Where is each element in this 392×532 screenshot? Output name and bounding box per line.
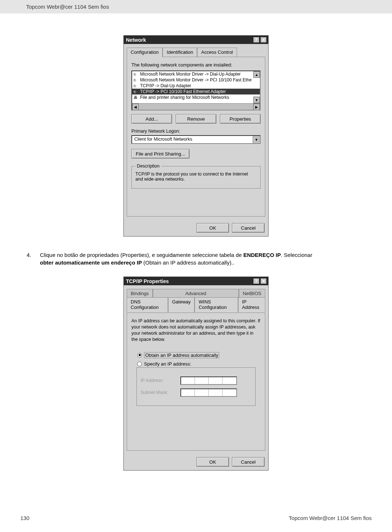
list-item[interactable]: ⎋TCP/IP -> Dial-Up Adapter bbox=[132, 83, 260, 89]
help-icon[interactable]: ? bbox=[253, 37, 260, 43]
properties-button[interactable]: Properties bbox=[220, 114, 261, 124]
ok-button[interactable]: OK bbox=[196, 457, 229, 467]
protocol-icon: ⎋ bbox=[134, 84, 139, 88]
list-item-selected[interactable]: ⎋TCP/IP -> PCI 10/100 Fast Ethernet Adap… bbox=[132, 89, 260, 94]
horizontal-scrollbar[interactable]: ◀ ▶ bbox=[132, 103, 260, 110]
tab-access-control[interactable]: Access Control bbox=[197, 48, 237, 57]
protocol-icon: ⎋ bbox=[134, 78, 139, 82]
ok-button[interactable]: OK bbox=[196, 223, 229, 233]
tcpip-dialog: TCP/IP Properties ? ✕ Bindings Advanced … bbox=[123, 277, 269, 471]
scroll-up-icon[interactable]: ▲ bbox=[253, 71, 260, 78]
tab-configuration[interactable]: Configuration bbox=[127, 48, 163, 57]
primary-logon-label: Primary Network Logon: bbox=[131, 129, 261, 134]
network-titlebar: Network ? ✕ bbox=[124, 36, 268, 44]
ip-panel-text: An IP address can be automatically assig… bbox=[131, 318, 261, 343]
radio-icon bbox=[137, 353, 142, 358]
list-item[interactable]: ⎋Microsoft Network Monitor Driver -> PCI… bbox=[132, 77, 260, 83]
page-footer: 130 Topcom Webr@cer 1104 Sem fios bbox=[0, 515, 392, 521]
scroll-down-icon[interactable]: ▼ bbox=[253, 97, 260, 103]
step-number: 4. bbox=[20, 251, 31, 266]
close-icon[interactable]: ✕ bbox=[260, 278, 267, 284]
subnet-mask-label: Subnet Mask: bbox=[140, 390, 175, 395]
radio-icon bbox=[137, 362, 142, 366]
footer-title: Topcom Webr@cer 1104 Sem fios bbox=[289, 515, 372, 521]
components-listbox[interactable]: ⎋Microsoft Network Monitor Driver -> Dia… bbox=[131, 70, 261, 110]
ip-address-input[interactable]: ... bbox=[180, 376, 237, 385]
network-title: Network bbox=[126, 37, 146, 43]
page-number: 130 bbox=[20, 515, 29, 521]
specify-ip-group: IP Address: ... Subnet Mask: ... bbox=[136, 367, 256, 406]
primary-logon-value: Client for Microsoft Networks bbox=[132, 136, 253, 143]
cancel-button[interactable]: Cancel bbox=[232, 223, 265, 233]
cancel-button[interactable]: Cancel bbox=[232, 457, 265, 467]
radio-obtain-label: Obtain an IP address automatically bbox=[144, 352, 219, 358]
page-header: Topcom Webr@cer 1104 Sem fios bbox=[0, 0, 392, 13]
close-icon[interactable]: ✕ bbox=[260, 37, 267, 43]
primary-logon-dropdown[interactable]: Client for Microsoft Networks ▼ bbox=[131, 135, 261, 144]
protocol-icon: ⎋ bbox=[134, 72, 139, 76]
radio-obtain-auto[interactable]: Obtain an IP address automatically bbox=[137, 352, 261, 358]
description-group: Description TCP/IP is the protocol you u… bbox=[131, 164, 261, 189]
file-print-sharing-button[interactable]: File and Print Sharing... bbox=[131, 149, 189, 158]
tab-gateway[interactable]: Gateway bbox=[168, 297, 195, 312]
help-icon[interactable]: ? bbox=[253, 278, 260, 284]
tcpip-titlebar: TCP/IP Properties ? ✕ bbox=[124, 277, 268, 285]
tab-wins[interactable]: WINS Configuration bbox=[195, 297, 238, 312]
list-item[interactable]: 🖶File and printer sharing for Microsoft … bbox=[132, 94, 260, 100]
step-instruction: 4. Clique no botão de propriedades (Prop… bbox=[20, 251, 372, 266]
remove-button[interactable]: Remove bbox=[176, 114, 216, 124]
service-icon: 🖶 bbox=[134, 95, 139, 100]
list-item[interactable]: ⎋Microsoft Network Monitor Driver -> Dia… bbox=[132, 71, 260, 77]
radio-specify-label: Specify an IP address: bbox=[144, 361, 191, 367]
header-title: Topcom Webr@cer 1104 Sem fios bbox=[26, 4, 109, 10]
add-button[interactable]: Add... bbox=[131, 114, 172, 124]
tab-bindings[interactable]: Bindings bbox=[127, 289, 153, 298]
step-text: Clique no botão de propriedades (Propert… bbox=[40, 251, 372, 266]
description-legend: Description bbox=[135, 164, 161, 169]
scroll-left-icon[interactable]: ◀ bbox=[132, 104, 139, 110]
installed-components-label: The following network components are ins… bbox=[131, 62, 261, 68]
chevron-down-icon[interactable]: ▼ bbox=[253, 136, 260, 143]
description-text: TCP/IP is the protocol you use to connec… bbox=[135, 172, 248, 182]
subnet-mask-input[interactable]: ... bbox=[180, 388, 237, 397]
tab-dns[interactable]: DNS Configuration bbox=[127, 297, 168, 312]
protocol-icon: ⎋ bbox=[134, 89, 139, 94]
network-dialog: Network ? ✕ Configuration Identification… bbox=[123, 35, 269, 237]
tab-advanced[interactable]: Advanced bbox=[153, 289, 239, 298]
tab-identification[interactable]: Identification bbox=[163, 48, 197, 57]
tcpip-title: TCP/IP Properties bbox=[126, 278, 169, 284]
radio-specify[interactable]: Specify an IP address: bbox=[137, 361, 261, 367]
tab-netbios[interactable]: NetBIOS bbox=[239, 289, 265, 298]
scroll-right-icon[interactable]: ▶ bbox=[253, 104, 260, 110]
tab-ip-address[interactable]: IP Address bbox=[238, 297, 265, 312]
ip-address-label: IP Address: bbox=[140, 378, 175, 383]
